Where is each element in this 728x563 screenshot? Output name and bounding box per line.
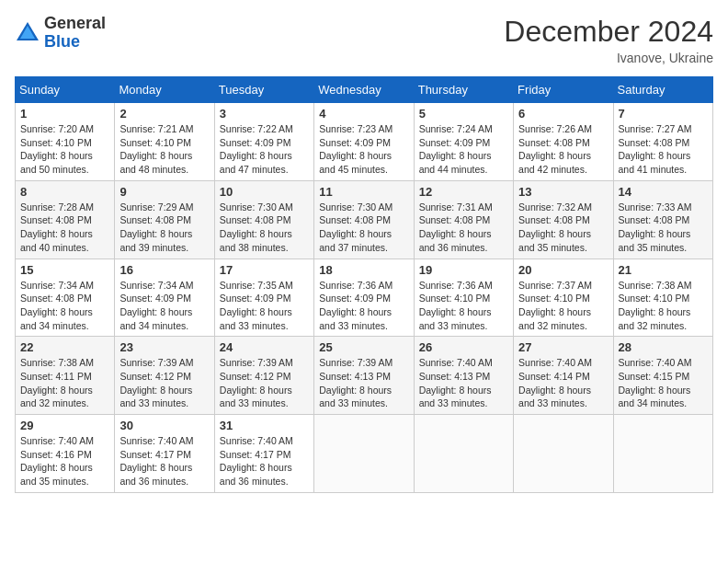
calendar-cell: 26 Sunrise: 7:40 AMSunset: 4:13 PMDaylig… xyxy=(414,337,513,415)
calendar-cell: 11 Sunrise: 7:30 AMSunset: 4:08 PMDaylig… xyxy=(314,180,414,259)
cell-info: Sunrise: 7:23 AMSunset: 4:09 PMDaylight:… xyxy=(319,122,408,177)
cell-info: Sunrise: 7:39 AMSunset: 4:13 PMDaylight:… xyxy=(319,356,408,410)
weekday-header: Friday xyxy=(514,77,613,103)
cell-info: Sunrise: 7:40 AMSunset: 4:14 PMDaylight:… xyxy=(518,356,608,410)
calendar-cell: 24 Sunrise: 7:39 AMSunset: 4:12 PMDaylig… xyxy=(214,337,313,415)
cell-info: Sunrise: 7:36 AMSunset: 4:10 PMDaylight:… xyxy=(419,279,508,333)
cell-info: Sunrise: 7:30 AMSunset: 4:08 PMDaylight:… xyxy=(220,201,309,255)
cell-info: Sunrise: 7:28 AMSunset: 4:08 PMDaylight:… xyxy=(20,201,109,255)
day-number: 30 xyxy=(119,419,209,432)
day-number: 22 xyxy=(20,340,109,354)
cell-info: Sunrise: 7:38 AMSunset: 4:11 PMDaylight:… xyxy=(20,356,109,410)
calendar-body: 1 Sunrise: 7:20 AMSunset: 4:10 PMDayligh… xyxy=(16,103,713,493)
cell-info: Sunrise: 7:39 AMSunset: 4:12 PMDaylight:… xyxy=(220,356,309,410)
month-title: December 2024 xyxy=(504,15,713,49)
cell-info: Sunrise: 7:21 AMSunset: 4:10 PMDaylight:… xyxy=(119,122,209,177)
calendar-cell: 8 Sunrise: 7:28 AMSunset: 4:08 PMDayligh… xyxy=(16,180,115,259)
day-number: 10 xyxy=(220,185,309,199)
cell-info: Sunrise: 7:32 AMSunset: 4:08 PMDaylight:… xyxy=(518,201,608,255)
day-number: 1 xyxy=(20,107,109,121)
calendar-cell: 17 Sunrise: 7:35 AMSunset: 4:09 PMDaylig… xyxy=(214,259,313,337)
cell-info: Sunrise: 7:30 AMSunset: 4:08 PMDaylight:… xyxy=(319,201,408,255)
calendar-cell: 15 Sunrise: 7:34 AMSunset: 4:08 PMDaylig… xyxy=(16,259,115,337)
calendar-cell: 18 Sunrise: 7:36 AMSunset: 4:09 PMDaylig… xyxy=(314,259,414,337)
cell-info: Sunrise: 7:26 AMSunset: 4:08 PMDaylight:… xyxy=(518,122,608,177)
calendar-cell: 23 Sunrise: 7:39 AMSunset: 4:12 PMDaylig… xyxy=(115,337,214,415)
calendar-cell xyxy=(314,415,414,493)
day-number: 28 xyxy=(619,340,708,354)
day-number: 8 xyxy=(20,185,109,199)
day-number: 21 xyxy=(619,263,708,277)
day-number: 7 xyxy=(619,107,708,121)
day-number: 15 xyxy=(20,263,109,277)
day-number: 13 xyxy=(518,185,608,199)
cell-info: Sunrise: 7:38 AMSunset: 4:10 PMDaylight:… xyxy=(619,279,708,333)
weekday-header: Thursday xyxy=(414,77,513,103)
calendar-cell: 6 Sunrise: 7:26 AMSunset: 4:08 PMDayligh… xyxy=(514,103,613,181)
cell-info: Sunrise: 7:29 AMSunset: 4:08 PMDaylight:… xyxy=(119,201,209,255)
calendar-cell: 14 Sunrise: 7:33 AMSunset: 4:08 PMDaylig… xyxy=(613,180,712,259)
weekday-header: Monday xyxy=(115,77,214,103)
calendar-cell: 2 Sunrise: 7:21 AMSunset: 4:10 PMDayligh… xyxy=(115,103,214,181)
weekday-header: Saturday xyxy=(613,77,712,103)
cell-info: Sunrise: 7:37 AMSunset: 4:10 PMDaylight:… xyxy=(518,279,608,333)
calendar-cell: 10 Sunrise: 7:30 AMSunset: 4:08 PMDaylig… xyxy=(214,180,313,259)
day-number: 9 xyxy=(119,185,209,199)
day-number: 17 xyxy=(220,263,309,277)
calendar-week-row: 8 Sunrise: 7:28 AMSunset: 4:08 PMDayligh… xyxy=(16,180,713,259)
day-number: 4 xyxy=(319,107,408,121)
day-number: 20 xyxy=(518,263,608,277)
calendar-cell: 25 Sunrise: 7:39 AMSunset: 4:13 PMDaylig… xyxy=(314,337,414,415)
cell-info: Sunrise: 7:40 AMSunset: 4:13 PMDaylight:… xyxy=(419,356,508,410)
cell-info: Sunrise: 7:40 AMSunset: 4:15 PMDaylight:… xyxy=(619,356,708,410)
day-number: 27 xyxy=(518,340,608,354)
location: Ivanove, Ukraine xyxy=(504,51,713,65)
cell-info: Sunrise: 7:36 AMSunset: 4:09 PMDaylight:… xyxy=(319,279,408,333)
calendar-cell: 5 Sunrise: 7:24 AMSunset: 4:09 PMDayligh… xyxy=(414,103,513,181)
cell-info: Sunrise: 7:40 AMSunset: 4:17 PMDaylight:… xyxy=(220,434,309,488)
day-number: 16 xyxy=(119,263,209,277)
day-number: 29 xyxy=(20,419,109,432)
day-number: 24 xyxy=(220,340,309,354)
calendar-cell: 29 Sunrise: 7:40 AMSunset: 4:16 PMDaylig… xyxy=(16,415,115,493)
calendar-cell: 13 Sunrise: 7:32 AMSunset: 4:08 PMDaylig… xyxy=(514,180,613,259)
calendar-cell: 21 Sunrise: 7:38 AMSunset: 4:10 PMDaylig… xyxy=(613,259,712,337)
weekday-header: Wednesday xyxy=(314,77,414,103)
calendar-cell xyxy=(514,415,613,493)
calendar-week-row: 22 Sunrise: 7:38 AMSunset: 4:11 PMDaylig… xyxy=(16,337,713,415)
calendar-cell: 9 Sunrise: 7:29 AMSunset: 4:08 PMDayligh… xyxy=(115,180,214,259)
day-number: 3 xyxy=(220,107,309,121)
calendar-cell: 12 Sunrise: 7:31 AMSunset: 4:08 PMDaylig… xyxy=(414,180,513,259)
calendar-cell: 19 Sunrise: 7:36 AMSunset: 4:10 PMDaylig… xyxy=(414,259,513,337)
day-number: 26 xyxy=(419,340,508,354)
logo: General Blue xyxy=(15,15,106,52)
day-number: 6 xyxy=(518,107,608,121)
cell-info: Sunrise: 7:34 AMSunset: 4:08 PMDaylight:… xyxy=(20,279,109,333)
calendar-cell xyxy=(414,415,513,493)
calendar-cell: 7 Sunrise: 7:27 AMSunset: 4:08 PMDayligh… xyxy=(613,103,712,181)
calendar-cell: 16 Sunrise: 7:34 AMSunset: 4:09 PMDaylig… xyxy=(115,259,214,337)
weekday-header: Tuesday xyxy=(214,77,313,103)
day-number: 14 xyxy=(619,185,708,199)
logo-icon xyxy=(15,20,40,46)
calendar-cell: 30 Sunrise: 7:40 AMSunset: 4:17 PMDaylig… xyxy=(115,415,214,493)
calendar-cell: 27 Sunrise: 7:40 AMSunset: 4:14 PMDaylig… xyxy=(514,337,613,415)
calendar-week-row: 29 Sunrise: 7:40 AMSunset: 4:16 PMDaylig… xyxy=(16,415,713,493)
cell-info: Sunrise: 7:34 AMSunset: 4:09 PMDaylight:… xyxy=(119,279,209,333)
day-number: 12 xyxy=(419,185,508,199)
cell-info: Sunrise: 7:33 AMSunset: 4:08 PMDaylight:… xyxy=(619,201,708,255)
page-header: General Blue December 2024 Ivanove, Ukra… xyxy=(15,15,713,65)
calendar-week-row: 15 Sunrise: 7:34 AMSunset: 4:08 PMDaylig… xyxy=(16,259,713,337)
calendar-cell: 4 Sunrise: 7:23 AMSunset: 4:09 PMDayligh… xyxy=(314,103,414,181)
cell-info: Sunrise: 7:40 AMSunset: 4:16 PMDaylight:… xyxy=(20,434,109,488)
title-block: December 2024 Ivanove, Ukraine xyxy=(504,15,713,65)
cell-info: Sunrise: 7:27 AMSunset: 4:08 PMDaylight:… xyxy=(619,122,708,177)
calendar-cell: 20 Sunrise: 7:37 AMSunset: 4:10 PMDaylig… xyxy=(514,259,613,337)
weekday-header: Sunday xyxy=(16,77,115,103)
logo-text: General Blue xyxy=(44,15,106,52)
calendar-cell: 22 Sunrise: 7:38 AMSunset: 4:11 PMDaylig… xyxy=(16,337,115,415)
cell-info: Sunrise: 7:40 AMSunset: 4:17 PMDaylight:… xyxy=(119,434,209,488)
day-number: 11 xyxy=(319,185,408,199)
cell-info: Sunrise: 7:31 AMSunset: 4:08 PMDaylight:… xyxy=(419,201,508,255)
cell-info: Sunrise: 7:22 AMSunset: 4:09 PMDaylight:… xyxy=(220,122,309,177)
